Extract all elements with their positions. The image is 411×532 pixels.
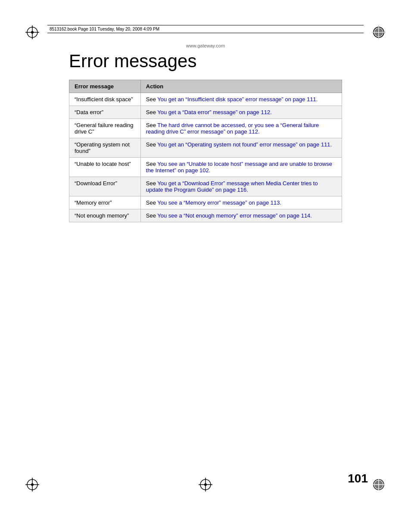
action-cell: See You see a “Not enough memory” error … bbox=[140, 209, 342, 222]
error-message-cell: “Operating system not found” bbox=[69, 138, 141, 158]
registration-mark-bl bbox=[24, 476, 41, 493]
action-link[interactable]: You get a “Download Error” message when … bbox=[146, 180, 318, 193]
error-message-cell: “Not enough memory” bbox=[69, 209, 141, 222]
table-row: “Operating system not found”See You get … bbox=[69, 138, 342, 158]
table-row: “Unable to locate host”See You see an “U… bbox=[69, 158, 342, 177]
error-message-cell: “Insufficient disk space” bbox=[69, 93, 141, 106]
action-link[interactable]: You get an “Operating system not found” … bbox=[157, 141, 332, 148]
content-area: Error message Action “Insufficient disk … bbox=[69, 80, 342, 222]
top-bar: 8513162.book Page 101 Tuesday, May 20, 2… bbox=[47, 25, 364, 33]
error-message-cell: “Download Error” bbox=[69, 177, 141, 196]
registration-mark-tr bbox=[370, 24, 387, 41]
page-title: Error messages bbox=[69, 51, 196, 72]
action-link[interactable]: You see an “Unable to locate host” messa… bbox=[146, 161, 332, 174]
error-message-cell: “Data error” bbox=[69, 106, 141, 119]
table-row: “General failure reading drive C”See The… bbox=[69, 119, 342, 138]
error-message-cell: “Memory error” bbox=[69, 196, 141, 209]
error-messages-table: Error message Action “Insufficient disk … bbox=[69, 80, 342, 222]
action-cell: See You get an “Operating system not fou… bbox=[140, 138, 342, 158]
action-cell: See You see a “Memory error” message” on… bbox=[140, 196, 342, 209]
action-cell: See You get a “Download Error” message w… bbox=[140, 177, 342, 196]
action-link[interactable]: You see a “Memory error” message” on pag… bbox=[157, 199, 281, 206]
svg-point-3 bbox=[31, 31, 34, 34]
action-cell: See You get a “Data error” message” on p… bbox=[140, 106, 342, 119]
action-link[interactable]: You get an “Insufficient disk space” err… bbox=[157, 96, 318, 103]
svg-point-15 bbox=[31, 483, 34, 486]
table-row: “Data error”See You get a “Data error” m… bbox=[69, 106, 342, 119]
svg-point-23 bbox=[204, 483, 207, 486]
registration-mark-bc bbox=[197, 476, 214, 493]
table-row: “Not enough memory”See You see a “Not en… bbox=[69, 209, 342, 222]
col-header-error-message: Error message bbox=[69, 80, 141, 93]
error-message-cell: “General failure reading drive C” bbox=[69, 119, 141, 138]
registration-mark-br bbox=[370, 476, 387, 493]
action-cell: See You get an “Insufficient disk space”… bbox=[140, 93, 342, 106]
page-number: 101 bbox=[348, 472, 368, 485]
col-header-action: Action bbox=[140, 80, 342, 93]
book-info-text: 8513162.book Page 101 Tuesday, May 20, 2… bbox=[50, 27, 159, 31]
registration-mark-tl bbox=[24, 24, 41, 41]
error-message-cell: “Unable to locate host” bbox=[69, 158, 141, 177]
action-link[interactable]: You see a “Not enough memory” error mess… bbox=[157, 212, 312, 219]
action-link[interactable]: You get a “Data error” message” on page … bbox=[157, 109, 271, 115]
action-cell: See The hard drive cannot be accessed, o… bbox=[140, 119, 342, 138]
table-row: “Insufficient disk space”See You get an … bbox=[69, 93, 342, 106]
table-row: “Memory error”See You see a “Memory erro… bbox=[69, 196, 342, 209]
action-link[interactable]: The hard drive cannot be accessed, or yo… bbox=[146, 122, 319, 135]
table-row: “Download Error”See You get a “Download … bbox=[69, 177, 342, 196]
website-url: www.gateway.com bbox=[0, 43, 411, 48]
action-cell: See You see an “Unable to locate host” m… bbox=[140, 158, 342, 177]
